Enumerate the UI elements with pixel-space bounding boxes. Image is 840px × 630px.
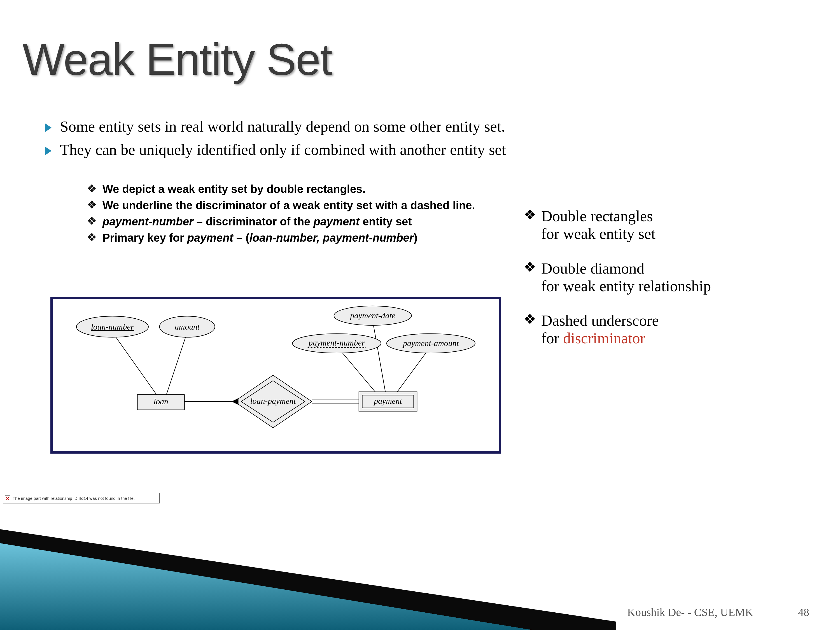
- svg-marker-11: [232, 398, 238, 405]
- main-bullets: Some entity sets in real world naturally…: [45, 118, 812, 164]
- payment-amount-attr-label: payment-amount: [403, 339, 459, 348]
- right-bullet-1: ❖ Double rectanglesfor weak entity set: [524, 207, 789, 243]
- triangle-bullet-icon: [45, 123, 52, 132]
- inner-bullet-1-text: We depict a weak entity set by double re…: [103, 182, 366, 196]
- svg-line-0: [112, 332, 159, 399]
- loan-payment-rel-label: loan-payment: [250, 396, 296, 406]
- inner-bullets: ❖ We depict a weak entity set by double …: [87, 182, 479, 247]
- diamond-bullet-icon: ❖: [87, 182, 97, 196]
- triangle-bullet-icon: [45, 147, 52, 155]
- right-bullet-3-text: Dashed underscorefor discriminator: [541, 312, 659, 347]
- payment-number-attr-label: payment-number: [308, 338, 365, 347]
- payment-entity-label: payment: [373, 396, 402, 406]
- footer-page-number: 48: [798, 606, 809, 619]
- loan-entity-label: loan: [153, 397, 168, 406]
- svg-line-4: [392, 346, 431, 399]
- payment-date-attr-label: payment-date: [349, 311, 395, 320]
- error-text: The image part with relationship ID rId1…: [13, 496, 135, 501]
- bullet-1: Some entity sets in real world naturally…: [45, 118, 812, 135]
- inner-bullet-3-text: payment-number – discriminator of the pa…: [103, 215, 412, 229]
- corner-banner: [0, 512, 616, 630]
- svg-line-1: [165, 332, 187, 399]
- right-bullet-2-text: Double diamondfor weak entity relationsh…: [541, 260, 711, 295]
- diamond-bullet-icon: ❖: [524, 312, 536, 347]
- er-diagram: loan loan-number amount loan-payment pay…: [51, 297, 501, 453]
- footer-author: Koushik De- - CSE, UEMK: [627, 606, 753, 619]
- inner-bullet-2: ❖ We underline the discriminator of a we…: [87, 198, 479, 212]
- diamond-bullet-icon: ❖: [87, 231, 97, 245]
- inner-bullet-4-text: Primary key for payment – (loan-number, …: [103, 231, 417, 245]
- inner-bullet-2-text: We underline the discriminator of a weak…: [103, 198, 475, 212]
- inner-bullet-3: ❖ payment-number – discriminator of the …: [87, 215, 479, 229]
- missing-image-error: The image part with relationship ID rId1…: [3, 493, 159, 504]
- svg-marker-22: [0, 543, 532, 630]
- er-diagram-svg: loan loan-number amount loan-payment pay…: [53, 299, 499, 452]
- bullet-1-text: Some entity sets in real world naturally…: [60, 118, 505, 135]
- right-bullet-1-text: Double rectanglesfor weak entity set: [541, 207, 655, 243]
- right-bullet-2: ❖ Double diamondfor weak entity relation…: [524, 260, 789, 295]
- diamond-bullet-icon: ❖: [524, 207, 536, 243]
- diamond-bullet-icon: ❖: [524, 260, 536, 295]
- inner-bullet-4: ❖ Primary key for payment – (loan-number…: [87, 231, 479, 245]
- diamond-bullet-icon: ❖: [87, 198, 97, 212]
- inner-bullet-1: ❖ We depict a weak entity set by double …: [87, 182, 479, 196]
- loan-number-attr-label: loan-number: [91, 322, 134, 331]
- error-icon: [5, 495, 10, 501]
- amount-attr-label: amount: [175, 322, 200, 331]
- right-bullets: ❖ Double rectanglesfor weak entity set ❖…: [524, 207, 789, 364]
- svg-line-3: [373, 321, 387, 399]
- bullet-2-text: They can be uniquely identified only if …: [60, 141, 506, 158]
- svg-line-2: [337, 346, 381, 399]
- slide-footer: Koushik De- - CSE, UEMK 48: [627, 606, 809, 619]
- slide-title: Weak Entity Set: [22, 33, 332, 85]
- diamond-bullet-icon: ❖: [87, 215, 97, 229]
- right-bullet-3: ❖ Dashed underscorefor discriminator: [524, 312, 789, 347]
- bullet-2: They can be uniquely identified only if …: [45, 141, 812, 158]
